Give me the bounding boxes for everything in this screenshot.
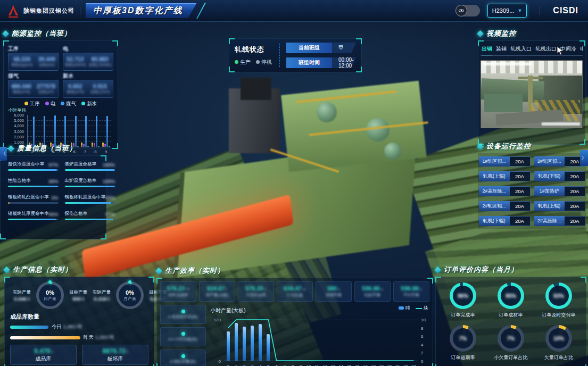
status-field-value: 00:00-12:00: [332, 57, 356, 68]
expand-right-tab[interactable]: 》: [580, 150, 588, 166]
stat-unit: t: [226, 287, 227, 292]
quality-value: 96%: [49, 212, 59, 217]
x-tick: 18: [369, 364, 377, 366]
bar-group: [59, 115, 70, 147]
progress-fill: [8, 169, 57, 171]
cctv-video-feed[interactable]: [481, 60, 583, 128]
x-tick: 2: [240, 364, 248, 366]
donut-label: 订单超期率: [451, 354, 475, 361]
energy-metric: 277578总耗(m³): [37, 83, 55, 95]
status-legend: 生产停机: [235, 59, 272, 66]
progress-track: [8, 219, 59, 220]
efficiency-stat-card: 576.20s日历作业率: [238, 281, 274, 302]
quality-item: 装炉温度合格率100%: [65, 161, 115, 171]
video-machine: [484, 94, 523, 112]
donut-value: 7%: [450, 325, 476, 352]
quality-value: 97%: [105, 212, 115, 217]
panel-title: 订单评价内容（当月）: [444, 265, 518, 274]
diamond-icon: [477, 143, 484, 150]
bar-group: [70, 115, 80, 147]
y-right-tick: 2: [421, 351, 423, 355]
donut-label: 订单完成率: [451, 312, 475, 319]
title-slash-decoration: [196, 3, 206, 19]
quality-value: 93%: [105, 195, 115, 201]
energy-card-values: 6.652单耗(m³/t)0.915总耗(万m³): [63, 80, 113, 98]
video-tab-电加热[interactable]: 电加热: [580, 45, 583, 53]
video-tab-装钢[interactable]: 装钢: [496, 45, 507, 53]
x-tick: 7: [280, 364, 288, 366]
hourly-output-chart: 小时产量(大板) 吨 块 1200 1086420 01234567891011…: [210, 305, 429, 366]
status-dot: [256, 60, 260, 64]
company-logo-icon: [7, 4, 19, 18]
x-tick: 23: [410, 364, 418, 366]
progress-track: [8, 169, 59, 171]
legend-dot: [45, 102, 49, 105]
donut-ring: 95%: [498, 282, 524, 309]
quality-label: 出炉温度合格率: [65, 178, 97, 184]
x-tick: 19: [377, 364, 385, 366]
visibility-toggle[interactable]: [456, 5, 480, 16]
donut-value: 10%: [545, 325, 572, 352]
inventory-bar-row: 今日 1,481 吨: [10, 323, 148, 330]
stat-label: 打头轧速: [287, 293, 303, 298]
diamond-icon: [477, 30, 484, 37]
legend-dot: [24, 102, 28, 105]
progress-fill: [8, 202, 10, 204]
energy-category-label: 工序: [8, 45, 59, 53]
equipment-chip: 1#加热炉20A: [534, 186, 586, 196]
energy-metric: 486.040单耗(m³/t): [11, 83, 31, 95]
video-tab-轧机入口[interactable]: 轧机入口: [510, 45, 532, 53]
donut-label: 订单及时交付率: [542, 312, 576, 319]
video-tab-出钢[interactable]: 出钢: [482, 45, 492, 53]
warehouse-unit: t: [127, 349, 128, 354]
y-right-tick: 0: [421, 359, 423, 364]
quality-label: 装炉温度合格率: [65, 161, 97, 168]
quality-label: 钢板终轧温度命中率: [65, 194, 106, 201]
stat-unit: m: [303, 287, 306, 292]
warehouse-value: 8876.72t: [103, 347, 128, 355]
y-right-tick: 8: [421, 326, 423, 330]
equipment-chip: 2#高压除...20A: [534, 216, 586, 226]
efficiency-stat-card: 634.47m打头轧速: [277, 281, 313, 302]
header-divider: [80, 6, 80, 15]
camera-select-dropdown[interactable]: H2309... ▼: [487, 4, 527, 18]
x-tick: 11: [313, 364, 321, 366]
equipment-current-value: 20A: [565, 171, 585, 181]
energy-card: 煤气486.040单耗(m³/t)277578总耗(m³): [8, 72, 59, 98]
tons-legend-icon: [399, 306, 404, 310]
donut-value: 96%: [450, 282, 476, 309]
energy-card: 电52.713单耗(kWh/t)80.883总耗(万kWh): [63, 45, 113, 71]
quality-value: 3%: [52, 195, 59, 201]
energy-metric: 80.883总耗(万kWh): [89, 56, 112, 68]
gauge-target: 目标产量900 t: [67, 289, 90, 302]
warehouse-label: 成品库: [36, 355, 52, 363]
energy-metric-label: 总耗(m³): [37, 89, 55, 95]
top-bar: 陕钢集团汉钢公司 中厚板3D数字化产线 H2309... ▼ CISDI: [0, 0, 588, 22]
equipment-chip: 轧机(上辊)20A: [479, 171, 531, 181]
energy-metric-value: 6.652: [67, 83, 84, 89]
y-right-tick: 6: [421, 334, 423, 339]
stat-label: 排钢节奏: [326, 293, 342, 298]
energy-metric-value: 486.040: [11, 83, 31, 89]
x-tick: 8: [288, 364, 296, 366]
x-tick: 21: [394, 364, 402, 366]
quality-item: 性能合格率99%: [8, 178, 59, 187]
diamond-icon: [434, 267, 441, 273]
collapse-left-tab[interactable]: 《: [0, 147, 7, 161]
donut-ring: 7%: [498, 325, 524, 352]
donut-ring: 93%: [545, 282, 572, 309]
energy-metric-value: 0.915: [90, 83, 110, 89]
equipment-current-value: 20A: [565, 201, 585, 211]
x-tick: 10: [305, 364, 313, 366]
line-status-panel: 轧线状态 生产停机 当前班组甲班组时间00:00-12:00: [229, 38, 362, 72]
x-tick: 22: [402, 364, 410, 366]
bar-group: [38, 115, 49, 147]
side-stat-text: 9 在加热炉坯(块): [168, 314, 198, 320]
video-tab-轧机出口[interactable]: 轧机出口: [535, 45, 557, 53]
inventory-title: 成品库数量: [10, 313, 148, 321]
gauge-percent: 0%: [46, 289, 54, 296]
inventory-value: 1,293 吨: [94, 334, 114, 340]
status-legend-item: 生产: [235, 59, 251, 66]
diamond-icon: [2, 30, 9, 37]
status-legend-item: 停机: [256, 59, 272, 66]
